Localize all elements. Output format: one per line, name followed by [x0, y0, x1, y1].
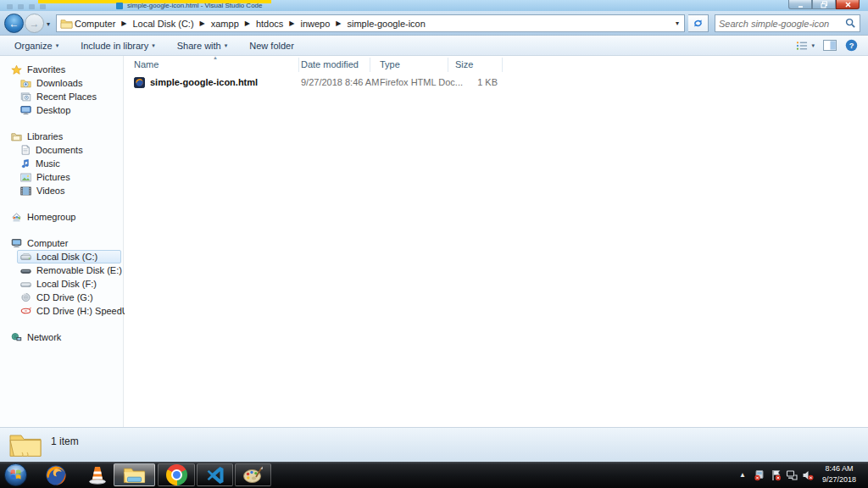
column-header-type[interactable]: Type — [380, 59, 400, 69]
taskbar-paint-button[interactable] — [235, 463, 271, 486]
taskbar-clock[interactable]: 8:46 AM 9/27/2018 — [815, 463, 863, 485]
taskbar-vscode-button[interactable] — [197, 463, 233, 486]
hard-disk-icon — [20, 252, 31, 262]
breadcrumb-separator-icon: ▶ — [117, 19, 131, 27]
breadcrumb-simple-google-icon[interactable]: simple-google-icon — [346, 15, 427, 31]
music-note-icon — [20, 158, 31, 169]
chevron-down-icon: ▾ — [225, 42, 228, 49]
system-tray: ▲ — [736, 462, 814, 488]
history-dropdown-icon[interactable]: ▾ — [47, 20, 50, 28]
sidebar-group-network[interactable]: Network — [0, 330, 123, 344]
taskbar-explorer-button[interactable] — [114, 463, 155, 486]
breadcrumb-separator-icon: ▶ — [331, 19, 345, 27]
desktop-screen: simple-google-icon.html - Visual Studio … — [0, 0, 868, 488]
breadcrumb-separator-icon: ▶ — [241, 19, 254, 27]
new-folder-button[interactable]: New folder — [242, 38, 302, 53]
sidebar-group-libraries[interactable]: Libraries — [0, 130, 123, 143]
explorer-content: Favorites Downloads — [0, 56, 868, 427]
refresh-button[interactable] — [688, 14, 709, 32]
window-controls — [788, 0, 860, 9]
sidebar-item-cd-drive-g[interactable]: CD Drive (G:) — [0, 291, 123, 304]
picture-icon — [20, 173, 31, 182]
share-with-button[interactable]: Share with ▾ — [170, 38, 236, 53]
downloads-folder-icon — [20, 78, 31, 88]
file-row-simple-google-icon[interactable]: simple-google-icon.html 9/27/2018 8:46 A… — [126, 75, 625, 90]
taskbar: ▲ — [0, 462, 868, 488]
item-count: 1 item — [51, 435, 79, 447]
taskbar-chrome-button[interactable] — [158, 463, 195, 486]
sidebar-group-homegroup[interactable]: Homegroup — [0, 210, 123, 224]
tray-device-error-icon[interactable] — [754, 469, 765, 481]
explorer-window: ← → ▾ Computer ▶ Local Disk (C:) ▶ xampp… — [0, 11, 868, 462]
firefox-html-doc-icon — [134, 77, 145, 88]
breadcrumb-xampp[interactable]: xampp — [209, 15, 241, 31]
recent-places-icon — [20, 92, 31, 102]
sidebar-group-computer[interactable]: Computer — [0, 236, 123, 250]
restore-button[interactable] — [812, 0, 836, 9]
sidebar-group-favorites[interactable]: Favorites — [0, 63, 123, 76]
sidebar-item-removable-disk-e[interactable]: Removable Disk (E:) — [0, 263, 123, 277]
file-name: simple-google-icon.html — [150, 77, 258, 87]
minimize-button[interactable] — [788, 0, 812, 9]
chrome-icon — [166, 464, 187, 485]
minimize-icon — [797, 1, 804, 8]
tray-volume-muted-icon[interactable] — [802, 469, 814, 481]
navigation-pane: Favorites Downloads — [0, 56, 124, 427]
help-button[interactable]: ? — [845, 39, 858, 52]
preview-pane-button[interactable] — [823, 40, 837, 51]
sidebar-item-documents[interactable]: Documents — [0, 143, 123, 157]
star-icon — [11, 64, 22, 75]
sidebar-item-downloads[interactable]: Downloads — [0, 76, 123, 90]
file-size: 1 KB — [425, 77, 498, 87]
removable-disk-icon — [20, 266, 31, 275]
organize-button[interactable]: Organize ▾ — [7, 38, 66, 53]
back-button[interactable]: ← — [4, 14, 24, 33]
sidebar-item-local-disk-f[interactable]: Local Disk (F:) — [0, 277, 123, 291]
sidebar-item-videos[interactable]: Videos — [0, 184, 123, 197]
sidebar-item-local-disk-c[interactable]: Local Disk (C:) — [17, 250, 121, 263]
tray-action-center-flag-icon[interactable] — [770, 469, 782, 481]
include-in-library-button[interactable]: Include in library ▾ — [73, 38, 163, 53]
sidebar-item-pictures[interactable]: Pictures — [0, 170, 123, 184]
hard-disk-icon — [20, 280, 31, 289]
explorer-folder-icon — [123, 465, 146, 485]
document-icon — [20, 145, 31, 155]
clock-date: 9/27/2018 — [815, 474, 863, 485]
film-icon — [20, 186, 31, 196]
search-input[interactable] — [715, 19, 845, 29]
chevron-down-icon: ▾ — [811, 42, 815, 49]
column-header-date-modified[interactable]: Date modified — [301, 59, 359, 69]
change-view-button[interactable]: ▾ — [796, 41, 815, 51]
background-window-toolbar-icons — [7, 4, 46, 9]
close-button[interactable] — [836, 0, 860, 9]
forward-arrow-icon: → — [30, 19, 40, 29]
breadcrumb-inwepo[interactable]: inwepo — [299, 15, 332, 31]
start-button[interactable] — [3, 463, 28, 487]
breadcrumb-separator-icon: ▶ — [196, 19, 209, 27]
sidebar-item-music[interactable]: Music — [0, 157, 123, 170]
restore-icon — [821, 1, 828, 8]
sidebar-item-cd-drive-h-speedup[interactable]: CD Drive (H:) SpeedUp — [0, 304, 123, 318]
background-window-title: simple-google-icon.html - Visual Studio … — [127, 2, 263, 9]
address-bar: ← → ▾ Computer ▶ Local Disk (C:) ▶ xampp… — [0, 11, 868, 36]
column-header-size[interactable]: Size — [455, 59, 473, 69]
breadcrumb[interactable]: Computer ▶ Local Disk (C:) ▶ xampp ▶ htd… — [56, 14, 685, 32]
file-list: ▲ Name Date modified Type Size — [125, 56, 868, 427]
address-dropdown-icon[interactable]: ▾ — [676, 19, 679, 27]
sidebar-item-recent-places[interactable]: Recent Places — [0, 90, 123, 103]
breadcrumb-separator-icon: ▶ — [285, 19, 298, 27]
taskbar-vlc-icon[interactable] — [85, 463, 110, 486]
back-arrow-icon: ← — [9, 19, 19, 29]
search-icon — [845, 18, 856, 29]
search-box — [715, 14, 860, 32]
breadcrumb-local-disk-c[interactable]: Local Disk (C:) — [131, 15, 195, 31]
column-header-name[interactable]: Name — [134, 59, 159, 69]
sidebar-item-desktop[interactable]: Desktop — [0, 103, 123, 117]
breadcrumb-computer[interactable]: Computer — [73, 15, 117, 31]
forward-button[interactable]: → — [25, 14, 44, 33]
refresh-icon — [693, 18, 704, 29]
taskbar-firefox-icon[interactable] — [42, 463, 70, 486]
show-hidden-icons-button[interactable]: ▲ — [736, 471, 749, 479]
breadcrumb-htdocs[interactable]: htdocs — [254, 15, 285, 31]
tray-network-icon[interactable] — [786, 469, 798, 481]
